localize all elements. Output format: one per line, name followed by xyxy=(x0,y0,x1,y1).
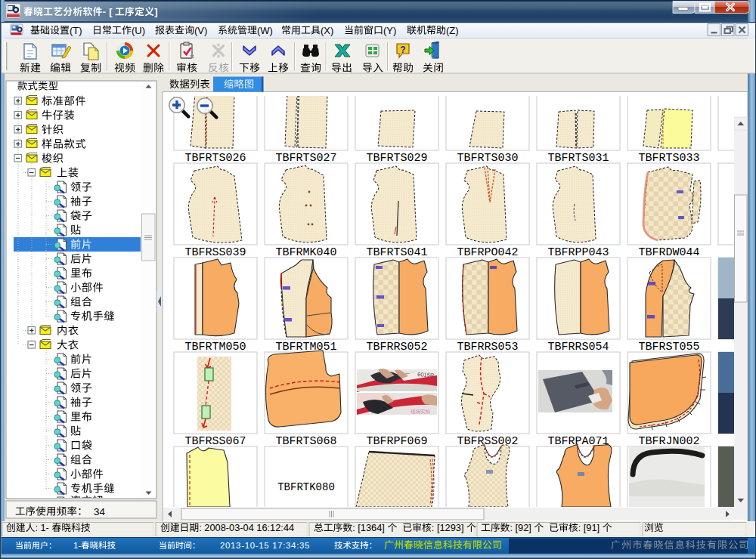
svg-text:: [1293]: : [1293] xyxy=(432,522,464,533)
svg-text:TBFRMK040: TBFRMK040 xyxy=(275,246,336,259)
svg-text:TBFRPP043: TBFRPP043 xyxy=(547,246,609,259)
svg-text:(T): (T) xyxy=(70,25,82,36)
svg-text:TBFRSS039: TBFRSS039 xyxy=(184,246,246,259)
svg-text:: [1364]: : [1364] xyxy=(352,522,385,533)
svg-text:1-: 1- xyxy=(73,541,81,550)
svg-text:TBFRTS041: TBFRTS041 xyxy=(366,246,427,259)
svg-text:TBFRTM051: TBFRTM051 xyxy=(275,341,336,354)
svg-text:现场实拍: 现场实拍 xyxy=(411,409,430,415)
svg-text:TBFRTS029: TBFRTS029 xyxy=(366,152,427,165)
svg-text:TBFRPA071: TBFRPA071 xyxy=(547,435,609,448)
svg-text:?: ? xyxy=(400,45,405,55)
svg-text:]: ] xyxy=(154,6,158,17)
svg-text:: [92]: : [92] xyxy=(510,522,531,533)
svg-text:TBFRTS068: TBFRTS068 xyxy=(275,435,336,448)
svg-text:TBFRPO042: TBFRPO042 xyxy=(457,246,518,259)
svg-text:(W): (W) xyxy=(257,25,273,36)
svg-text:34: 34 xyxy=(94,506,105,517)
svg-text:(Z): (Z) xyxy=(446,25,459,36)
svg-text:(Y): (Y) xyxy=(383,25,396,36)
svg-text:TBFRTS026: TBFRTS026 xyxy=(184,152,246,165)
svg-text:(X): (X) xyxy=(321,25,333,36)
svg-text:TBFRDW044: TBFRDW044 xyxy=(638,246,699,259)
svg-text:(V): (V) xyxy=(194,25,207,36)
svg-text:TBFRJN002: TBFRJN002 xyxy=(638,435,699,448)
svg-text:TBFRTS027: TBFRTS027 xyxy=(275,152,336,165)
svg-text:: 1-: : 1- xyxy=(35,522,49,533)
svg-text:2013-10-15 17:34:35: 2013-10-15 17:34:35 xyxy=(220,541,310,550)
svg-text:TBFRTK080: TBFRTK080 xyxy=(277,481,335,493)
svg-text:TBFRTS031: TBFRTS031 xyxy=(547,152,609,165)
svg-text:TBFRTM050: TBFRTM050 xyxy=(184,341,246,354)
svg-text:(U): (U) xyxy=(132,25,145,36)
svg-text:TBFRSS002: TBFRSS002 xyxy=(457,435,518,448)
svg-text:TBFRSS067: TBFRSS067 xyxy=(184,435,246,448)
svg-text:TBFRST055: TBFRST055 xyxy=(638,341,699,354)
svg-text:TBFRRS053: TBFRRS053 xyxy=(457,341,518,354)
svg-text:TBFRRS052: TBFRRS052 xyxy=(366,341,427,354)
svg-text:TBFRTS033: TBFRTS033 xyxy=(638,152,699,165)
svg-text:TBFRRS054: TBFRRS054 xyxy=(547,341,609,354)
svg-text:- [: - [ xyxy=(103,6,113,17)
svg-text:6015R: 6015R xyxy=(417,371,435,379)
svg-text:: [91]: : [91] xyxy=(578,522,600,533)
svg-text:TBFRTS030: TBFRTS030 xyxy=(457,152,518,165)
svg-text:TBFRPF069: TBFRPF069 xyxy=(366,435,427,448)
svg-text:: 2008-03-04 16:12:44: : 2008-03-04 16:12:44 xyxy=(199,522,294,533)
